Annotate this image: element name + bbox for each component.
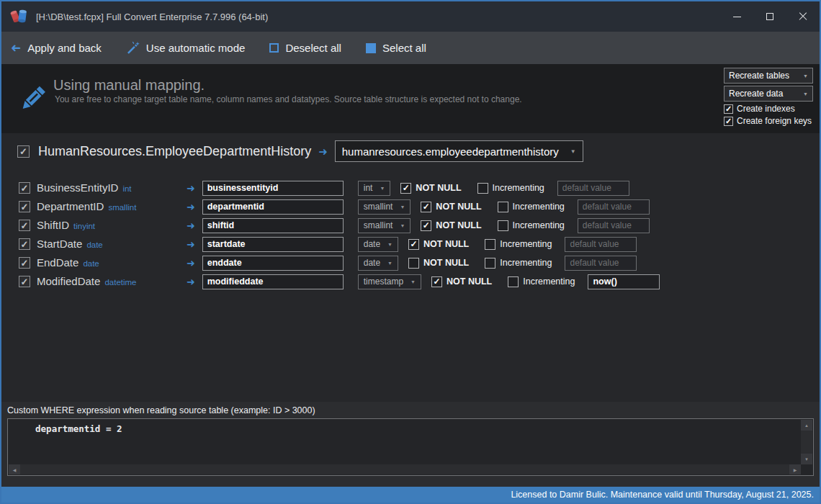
incrementing-label: Incrementing [513,202,565,212]
target-column-input[interactable] [202,256,344,271]
table-checkbox[interactable] [17,145,30,158]
pencil-icon [17,83,48,114]
target-column-input[interactable] [202,218,344,233]
recreate-tables-dropdown[interactable]: Recreate tables ▼ [724,68,813,84]
scroll-right-icon[interactable]: ▶ [789,464,801,474]
not-null-label: NOT NULL [423,258,469,268]
default-value-input[interactable] [578,218,650,233]
apply-and-back-button[interactable]: ➜ Apply and back [11,42,102,54]
default-value-input[interactable] [557,181,629,196]
incrementing-checkbox[interactable]: Incrementing [477,183,544,194]
window-title: [H:\DB\test.fcpx] Full Convert Enterpris… [36,12,720,22]
source-column-name: EndDate [37,256,78,269]
target-type-dropdown[interactable]: smallint ▼ [358,199,411,215]
minimize-button[interactable] [720,1,753,32]
horizontal-scrollbar[interactable]: ◀ ▶ [9,464,801,474]
incrementing-checkbox[interactable]: Incrementing [508,276,575,287]
target-column-input[interactable] [202,237,344,252]
target-type-dropdown[interactable]: date ▼ [358,237,398,252]
target-type-dropdown[interactable]: timestamp ▼ [358,274,421,289]
apply-and-back-label: Apply and back [27,42,102,54]
not-null-checkbox[interactable]: NOT NULL [400,183,461,194]
column-row: DepartmentIDsmallint ➜ smallint ▼ NOT NU… [19,197,820,216]
target-column-input[interactable] [202,274,344,289]
incrementing-checkbox[interactable]: Incrementing [485,239,552,250]
scroll-left-icon[interactable]: ◀ [9,464,20,474]
banner-title: Using manual mapping. [53,77,205,94]
not-null-checkbox[interactable]: NOT NULL [421,202,481,212]
incrementing-label: Incrementing [500,258,552,268]
where-label: Custom WHERE expression when reading sou… [1,402,820,418]
default-value-input[interactable] [588,274,660,289]
arrow-right-icon: ➜ [187,202,195,212]
select-all-label: Select all [382,42,426,54]
target-type-dropdown[interactable]: smallint ▼ [358,218,411,233]
target-column-input[interactable] [202,199,344,215]
mapping-area: HumanResources.EmployeeDepartmentHistory… [1,133,820,402]
vertical-scrollbar[interactable]: ▲ ▼ [801,420,812,464]
use-automatic-mode-label: Use automatic mode [146,42,246,54]
checkbox-icon [408,258,419,269]
incrementing-label: Incrementing [493,183,544,193]
source-column: BusinessEntityIDint [37,181,181,194]
scroll-up-icon[interactable]: ▲ [801,420,812,431]
target-type-dropdown[interactable]: date ▼ [358,256,398,271]
select-all-button[interactable]: Select all [366,42,426,54]
checkbox-icon [431,276,442,287]
maximize-button[interactable] [753,1,786,32]
where-expression-input[interactable]: departmentid = 2 [9,420,800,464]
column-row: EndDatedate ➜ date ▼ NOT NULL Incrementi… [19,253,820,272]
default-value-input[interactable] [565,237,637,252]
deselect-all-button[interactable]: Deselect all [269,42,341,54]
checkbox-icon [485,258,495,269]
close-button[interactable] [786,1,820,32]
checkbox-icon [421,202,431,212]
default-value-input[interactable] [578,199,650,215]
not-null-checkbox[interactable]: NOT NULL [408,258,469,269]
default-value-input[interactable] [565,256,637,271]
chevron-down-icon: ▼ [803,91,808,96]
table-mapping-row: HumanResources.EmployeeDepartmentHistory… [17,140,820,163]
target-column-input[interactable] [202,181,344,196]
column-checkbox[interactable] [19,238,30,250]
column-checkbox[interactable] [19,276,30,287]
target-table-dropdown[interactable]: humanresources.employeedepartmenthistory… [335,140,583,162]
target-type-value: date [364,239,380,249]
create-foreign-keys-checkbox[interactable]: Create foreign keys [724,116,813,126]
source-column: StartDatedate [37,238,181,251]
not-null-checkbox[interactable]: NOT NULL [408,239,469,250]
not-null-label: NOT NULL [436,220,481,230]
checkbox-icon [485,239,495,250]
source-column-name: BusinessEntityID [37,181,118,194]
not-null-label: NOT NULL [416,183,461,193]
column-checkbox[interactable] [19,220,30,231]
target-type-dropdown[interactable]: int ▼ [358,181,391,196]
source-column: ModifiedDatedatetime [37,275,181,288]
scroll-down-icon[interactable]: ▼ [801,454,812,464]
target-type-value: date [364,258,380,268]
arrow-right-icon: ➜ [318,146,328,157]
chevron-down-icon: ▼ [803,73,808,78]
not-null-checkbox[interactable]: NOT NULL [421,220,481,231]
target-type-value: int [364,183,373,193]
column-row: ShiftIDtinyint ➜ smallint ▼ NOT NULL Inc… [19,216,820,235]
not-null-label: NOT NULL [423,239,469,249]
arrow-right-icon: ➜ [187,183,195,193]
app-logo-icon [9,6,29,27]
use-automatic-mode-button[interactable]: Use automatic mode [126,41,246,55]
recreate-data-dropdown[interactable]: Recreate data ▼ [724,86,813,102]
incrementing-checkbox[interactable]: Incrementing [498,220,565,231]
source-table-name: HumanResources.EmployeeDepartmentHistory [38,144,311,159]
source-column: DepartmentIDsmallint [37,200,181,213]
column-checkbox[interactable] [19,201,30,212]
title-bar: [H:\DB\test.fcpx] Full Convert Enterpris… [1,1,820,32]
not-null-checkbox[interactable]: NOT NULL [431,276,492,287]
column-checkbox[interactable] [19,257,30,269]
column-checkbox[interactable] [19,182,30,194]
window-controls [720,1,820,32]
create-indexes-checkbox[interactable]: Create indexes [724,104,813,114]
checkbox-icon [498,202,508,212]
incrementing-checkbox[interactable]: Incrementing [498,202,565,212]
incrementing-checkbox[interactable]: Incrementing [485,258,552,269]
incrementing-label: Incrementing [513,220,565,230]
